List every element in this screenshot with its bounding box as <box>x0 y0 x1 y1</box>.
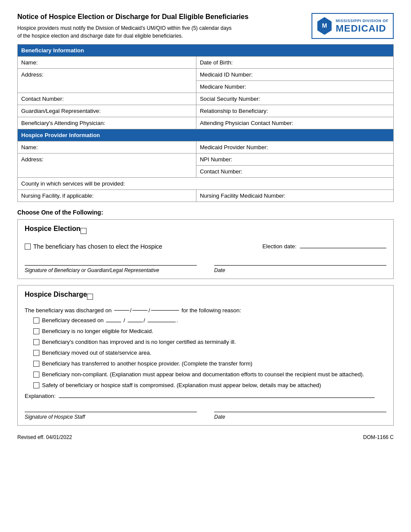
bene-guardian-label: Guardian/Legal Representative: <box>18 105 196 117</box>
discharge-discharged-text: The beneficiary was discharged on <box>25 307 112 314</box>
page-header: Notice of Hospice Election or Discharge … <box>17 13 394 40</box>
medicaid-logo-icon: M <box>317 16 332 35</box>
bene-physician-label: Beneficiary's Attending Physician: <box>18 117 196 129</box>
hospice-nursing-row: Nursing Facility, if applicable: Nursing… <box>18 190 394 202</box>
page-subtitle: Hospice providers must notify the Divisi… <box>17 24 234 40</box>
discharge-label-6: Safety of beneficiary or hospice staff i… <box>42 382 321 388</box>
election-title-checkbox[interactable] <box>80 228 87 234</box>
election-date-item: Date <box>214 258 386 273</box>
discharge-box: Hospice Discharge The beneficiary was di… <box>17 285 394 426</box>
discharge-options: Beneficiary deceased on / / . Beneficiar… <box>33 317 386 388</box>
election-sig-row: Signature of Beneficiary or Guardian/Leg… <box>25 258 386 273</box>
election-sig-line <box>25 258 197 266</box>
bene-medicaid-id-label: Medicaid ID Number: <box>196 69 393 81</box>
discharge-sig-item: Signature of Hospice Staff <box>25 404 197 420</box>
deceased-blank2[interactable] <box>128 322 143 322</box>
discharge-sig-row: Signature of Hospice Staff Date <box>25 404 386 420</box>
explanation-line[interactable] <box>59 397 375 398</box>
hospice-section-header: Hospice Provider Information <box>18 129 394 141</box>
election-title-row: Hospice Election <box>25 225 386 237</box>
bene-address-label: Address: <box>18 69 196 93</box>
discharge-checkbox-3[interactable] <box>33 350 39 356</box>
discharge-label-5: Beneficiary non-compliant. (Explanation … <box>42 371 364 378</box>
discharge-checkbox-1[interactable] <box>33 328 39 334</box>
election-title: Hospice Election <box>25 225 80 233</box>
discharge-option-5: Beneficiary non-compliant. (Explanation … <box>33 371 386 378</box>
bene-contact-row: Contact Number: Social Security Number: <box>18 93 394 105</box>
page-footer: Revised eff. 04/01/2022 DOM-1166 C <box>17 434 394 440</box>
page-title: Notice of Hospice Election or Discharge … <box>17 13 248 21</box>
beneficiary-table: Beneficiary Information Name: Date of Bi… <box>17 44 394 202</box>
election-sig-label: Signature of Beneficiary or Guardian/Leg… <box>25 267 197 273</box>
discharge-date-blank1[interactable] <box>114 310 129 311</box>
bene-dob-label: Date of Birth: <box>196 57 393 69</box>
discharge-label-3: Beneficiary moved out of state/service a… <box>42 349 151 356</box>
header-text-block: Notice of Hospice Election or Discharge … <box>17 13 248 40</box>
discharge-title: Hospice Discharge <box>25 291 87 298</box>
discharge-label-0: Beneficiary deceased on / / . <box>42 317 178 324</box>
bene-name-row: Name: Date of Birth: <box>18 57 394 69</box>
election-left: The beneficiary has chosen to elect the … <box>25 243 162 250</box>
explanation-label: Explanation: <box>25 393 56 399</box>
hospice-header-row: Hospice Provider Information <box>18 129 394 141</box>
hospice-nursing-medicaid-label: Nursing Facility Medicaid Number: <box>196 190 393 202</box>
bene-address-row: Address: Medicaid ID Number: <box>18 69 394 81</box>
discharge-option-3: Beneficiary moved out of state/service a… <box>33 349 386 356</box>
discharge-checkbox-0[interactable] <box>33 317 39 324</box>
discharge-for-reason: for the following reason: <box>181 307 241 314</box>
bene-relationship-label: Relationship to Beneficiary: <box>196 105 393 117</box>
logo-box: M MISSISSIPPI DIVISION OF MEDICAID <box>311 13 394 39</box>
discharge-checkbox-6[interactable] <box>33 382 39 388</box>
election-checkbox[interactable] <box>25 244 31 250</box>
discharge-sig-label: Signature of Hospice Staff <box>25 414 197 420</box>
discharge-sig-line <box>25 404 197 412</box>
bene-medicare-label: Medicare Number: <box>196 81 393 93</box>
discharge-option-4: Beneficiary has transferred to another h… <box>33 360 386 367</box>
hospice-address-label: Address: <box>18 154 196 178</box>
discharge-option-1: Beneficiary is no longer eligible for Me… <box>33 328 386 334</box>
logo-main-text: MEDICAID <box>336 24 389 33</box>
hospice-county-row: County in which services will be provide… <box>18 178 394 190</box>
footer-revised: Revised eff. 04/01/2022 <box>17 434 72 440</box>
choose-title: Choose One of the Following: <box>17 209 394 216</box>
discharge-option-0: Beneficiary deceased on / / . <box>33 317 386 324</box>
bene-name-label: Name: <box>18 57 196 69</box>
election-sig-item: Signature of Beneficiary or Guardian/Leg… <box>25 258 197 273</box>
hospice-name-label: Name: <box>18 141 196 154</box>
discharge-checkbox-2[interactable] <box>33 339 39 345</box>
election-date-sig-label: Date <box>214 267 386 273</box>
bene-contact-label: Contact Number: <box>18 93 196 105</box>
hospice-contact-label: Contact Number: <box>196 166 393 178</box>
discharge-date-row: The beneficiary was discharged on / / fo… <box>25 307 386 314</box>
logo: M MISSISSIPPI DIVISION OF MEDICAID <box>311 13 394 39</box>
hospice-nursing-label: Nursing Facility, if applicable: <box>18 190 196 202</box>
discharge-date-blank2[interactable] <box>132 310 148 311</box>
discharge-title-checkbox[interactable] <box>87 294 93 300</box>
footer-form-number: DOM-1166 C <box>363 434 394 440</box>
deceased-blank3[interactable] <box>148 322 176 322</box>
election-date-right: Election date: <box>263 243 386 250</box>
beneficiary-section-header: Beneficiary Information <box>18 45 394 57</box>
election-label: The beneficiary has chosen to elect the … <box>33 243 162 250</box>
hospice-medicaid-provider-label: Medicaid Provider Number: <box>196 141 393 154</box>
election-date-sig-line <box>214 258 386 266</box>
discharge-label-4: Beneficiary has transferred to another h… <box>42 360 252 367</box>
discharge-checkbox-4[interactable] <box>33 361 39 367</box>
deceased-blank1[interactable] <box>106 322 121 322</box>
logo-text: MISSISSIPPI DIVISION OF MEDICAID <box>336 19 389 33</box>
svg-text:M: M <box>322 22 327 29</box>
bene-physician-row: Beneficiary's Attending Physician: Atten… <box>18 117 394 129</box>
hospice-npi-label: NPI Number: <box>196 154 393 166</box>
hospice-county-label: County in which services will be provide… <box>18 178 394 190</box>
discharge-date-sig-line <box>214 404 386 412</box>
bene-ssn-label: Social Security Number: <box>196 93 393 105</box>
discharge-label-2: Beneficiary's condition has improved and… <box>42 339 236 345</box>
discharge-date-sig-label: Date <box>214 414 386 420</box>
explanation-row: Explanation: <box>25 393 386 399</box>
election-box: Hospice Election The beneficiary has cho… <box>17 219 394 279</box>
discharge-option-2: Beneficiary's condition has improved and… <box>33 339 386 345</box>
election-date-label: Election date: <box>263 243 297 250</box>
discharge-checkbox-5[interactable] <box>33 372 39 378</box>
election-date-line[interactable] <box>300 248 386 248</box>
discharge-date-blank3[interactable] <box>151 310 179 311</box>
